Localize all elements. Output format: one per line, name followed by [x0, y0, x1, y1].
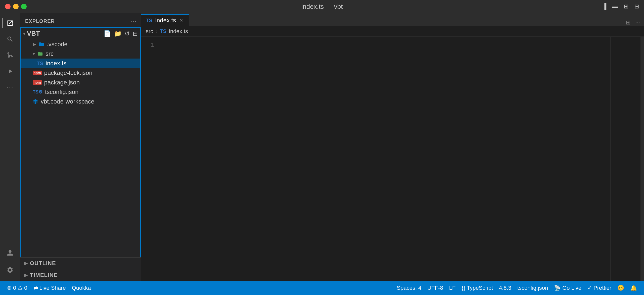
file-package-lock-json[interactable]: npm package-lock.json: [21, 68, 140, 78]
activity-bar-bottom: [3, 245, 18, 281]
sidebar-toggle-icon[interactable]: ▐: [602, 3, 606, 10]
workspace-chevron: ▾: [23, 31, 25, 36]
tab-label: index.ts: [155, 17, 176, 24]
status-liveshare[interactable]: ⇌ Live Share: [30, 281, 69, 295]
src-folder-name: src: [45, 50, 54, 57]
traffic-lights: [5, 4, 27, 9]
file-name-package-json: package.json: [44, 79, 80, 86]
status-notifications[interactable]: 🔔: [627, 281, 640, 295]
scrollbar-vertical[interactable]: [640, 37, 644, 281]
sidebar-header-actions: ···: [131, 17, 137, 25]
settings-icon: [7, 266, 14, 273]
breadcrumb-separator: ›: [156, 28, 157, 35]
language-icon: {}: [462, 285, 465, 291]
file-package-json[interactable]: npm package.json: [21, 78, 140, 87]
liveshare-icon: ⇌: [33, 285, 38, 291]
file-name-vbt-workspace: vbt.code-workspace: [41, 98, 94, 105]
file-index-ts[interactable]: TS index.ts: [21, 59, 140, 68]
file-name-package-lock: package-lock.json: [44, 69, 93, 76]
workspace-name: VBT: [27, 30, 40, 37]
vscode-folder-icon: [39, 41, 44, 47]
activity-item-search[interactable]: [3, 32, 18, 47]
src-folder-chevron: ▾: [33, 51, 35, 57]
vscode-folder-chevron: ▶: [33, 41, 36, 47]
minimize-button[interactable]: [13, 4, 19, 9]
activity-item-more[interactable]: ···: [3, 80, 18, 95]
src-folder-icon: [37, 51, 43, 57]
source-control-icon: [7, 52, 14, 59]
outline-header[interactable]: ▶ OUTLINE: [20, 258, 141, 269]
breadcrumb-file[interactable]: index.ts: [169, 28, 188, 35]
file-name-tsconfig: tsconfig.json: [45, 88, 78, 95]
sidebar-more-icon[interactable]: ···: [131, 17, 137, 25]
status-language[interactable]: {} TypeScript: [458, 281, 496, 295]
minimap: [610, 37, 640, 281]
editor-more-icon[interactable]: ···: [635, 19, 640, 26]
explorer-icon: [7, 20, 14, 27]
refresh-icon[interactable]: ↺: [125, 30, 130, 37]
prettier-icon: ✓: [587, 285, 592, 291]
layout-toggle-icon[interactable]: ⊞: [624, 3, 628, 10]
activity-bar: ···: [0, 13, 20, 281]
tab-index-ts[interactable]: TS index.ts ✕: [141, 14, 189, 26]
status-feedback[interactable]: 😊: [614, 281, 627, 295]
close-button[interactable]: [5, 4, 11, 9]
status-bar: ⊗ 0 ⚠ 0 ⇌ Live Share Quokka Spaces: 4 UT…: [0, 281, 644, 295]
search-icon: [7, 36, 14, 43]
file-tsconfig[interactable]: TS⚙ tsconfig.json: [21, 87, 140, 97]
status-eol[interactable]: LF: [446, 281, 459, 295]
status-prettier[interactable]: ✓ Prettier: [584, 281, 614, 295]
status-ts-version[interactable]: 4.8.3: [496, 281, 514, 295]
new-folder-icon[interactable]: 📁: [114, 30, 122, 37]
titlebar-actions: ▐ ▬ ⊞ ⊟: [602, 3, 639, 10]
error-count: 0: [13, 285, 16, 291]
workspace-header[interactable]: ▾ VBT 📄 📁 ↺ ⊟: [21, 28, 140, 39]
activity-item-scm[interactable]: [3, 48, 18, 63]
language-label: TypeScript: [467, 285, 493, 291]
editor-content: 1: [141, 37, 644, 281]
account-icon: [7, 249, 14, 256]
file-vbt-workspace[interactable]: vbt.code-workspace: [21, 97, 140, 106]
main-container: ··· EXPLORER ··· ▾: [0, 13, 644, 281]
maximize-button[interactable]: [21, 4, 27, 9]
activity-item-explorer[interactable]: [3, 16, 18, 31]
warning-icon: ⚠: [18, 285, 23, 291]
timeline-header[interactable]: ▶ TIMELINE: [20, 269, 141, 281]
status-quokka[interactable]: Quokka: [69, 281, 94, 295]
line-numbers: 1: [141, 37, 158, 281]
outline-chevron: ▶: [24, 261, 28, 266]
breadcrumb-src[interactable]: src: [146, 28, 153, 35]
folder-vscode[interactable]: ▶ .vscode: [21, 39, 140, 49]
workspace-toolbar: 📄 📁 ↺ ⊟: [104, 30, 138, 37]
sidebar-title: EXPLORER: [25, 18, 55, 24]
status-tsconfig[interactable]: tsconfig.json: [514, 281, 551, 295]
tab-close-button[interactable]: ✕: [178, 17, 184, 24]
status-spaces[interactable]: Spaces: 4: [394, 281, 425, 295]
customize-layout-icon[interactable]: ⊟: [634, 3, 639, 10]
new-file-icon[interactable]: 📄: [104, 30, 111, 37]
code-editor[interactable]: [158, 37, 610, 281]
status-errors[interactable]: ⊗ 0 ⚠ 0: [4, 281, 30, 295]
feedback-icon: 😊: [617, 285, 624, 291]
sidebar-header: EXPLORER ···: [20, 13, 141, 27]
vscode-workspace-icon: [33, 99, 38, 104]
encoding-label: UTF-8: [427, 285, 443, 291]
breadcrumb-ts-icon: TS: [160, 28, 167, 34]
folder-src[interactable]: ▾ src: [21, 49, 140, 59]
run-icon: [7, 68, 14, 75]
tsconfig-icon: TS⚙: [33, 89, 42, 95]
status-golive[interactable]: 📡 Go Live: [551, 281, 584, 295]
activity-item-run[interactable]: [3, 64, 18, 79]
quokka-label: Quokka: [72, 285, 91, 291]
liveshare-label: Live Share: [39, 285, 66, 291]
split-editor-icon[interactable]: ⊞: [626, 19, 630, 26]
ts-version-label: 4.8.3: [499, 285, 511, 291]
timeline-section: ▶ TIMELINE: [20, 269, 141, 281]
activity-item-settings[interactable]: [3, 262, 18, 277]
warning-count: 0: [24, 285, 27, 291]
panel-toggle-icon[interactable]: ▬: [612, 3, 618, 10]
status-encoding[interactable]: UTF-8: [424, 281, 446, 295]
json-pkg-icon: npm: [33, 71, 42, 75]
activity-item-accounts[interactable]: [3, 245, 18, 260]
collapse-icon[interactable]: ⊟: [133, 30, 138, 37]
